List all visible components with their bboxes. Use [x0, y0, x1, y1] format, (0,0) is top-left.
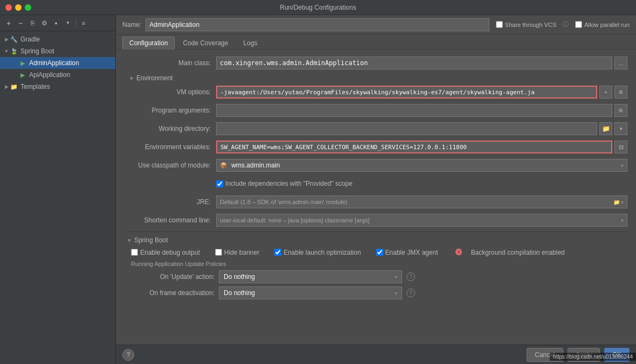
watermark: https://blog.csdn.net/u013086244 [550, 353, 636, 361]
parallel-run-checkbox[interactable] [575, 21, 582, 28]
vm-options-browse-button[interactable]: ⊞ [614, 86, 627, 99]
program-args-row: Program arguments: ⊞ [125, 103, 627, 117]
sidebar-item-label-gradle: Gradle [20, 36, 40, 43]
enable-launch-label[interactable]: Enable launch optimization [274, 249, 361, 256]
jre-dropdown[interactable]: Default (1.8 – SDK of 'wms.admin.main' m… [216, 195, 627, 208]
classpath-dropdown[interactable]: 📦 wms.admin.main ▾ [216, 159, 627, 172]
env-vars-edit-button[interactable]: ⊟ [614, 141, 627, 153]
on-update-dropdown[interactable]: Do nothing ▾ [219, 270, 402, 283]
sidebar-item-templates[interactable]: ▶ 📁 Templates [0, 81, 115, 93]
enable-launch-checkbox[interactable] [274, 249, 281, 256]
classpath-row: Use classpath of module: 📦 wms.admin.mai… [125, 158, 627, 172]
working-dir-dropdown-button[interactable]: ▾ [614, 122, 627, 135]
traffic-lights[interactable] [5, 4, 31, 11]
sidebar-item-spring-boot[interactable]: ▼ 🍃 Spring Boot [0, 45, 115, 57]
enable-debug-label[interactable]: Enable debug output [131, 249, 200, 256]
shorten-cmd-row: Shorten command line: user-local default… [125, 213, 627, 227]
on-deactivation-dropdown[interactable]: Do nothing ▾ [219, 286, 402, 299]
templates-icon: 📁 [10, 82, 18, 91]
sidebar-item-api-app[interactable]: ▶ ApiApplication [0, 69, 115, 81]
main-class-browse-button[interactable]: … [614, 57, 627, 69]
minimize-button[interactable] [15, 4, 22, 11]
shorten-cmd-value: user-local default: none – java [options… [220, 217, 370, 223]
add-config-button[interactable]: + [3, 18, 14, 29]
on-update-help-icon[interactable]: ? [406, 272, 415, 281]
sidebar-item-admin-app[interactable]: ▶ AdminApplication [0, 57, 115, 69]
remove-config-button[interactable]: − [15, 18, 26, 29]
close-button[interactable] [5, 4, 12, 11]
env-vars-row: Environment variables: ⊟ [125, 140, 627, 154]
help-button[interactable]: ? [122, 349, 134, 361]
shorten-cmd-dropdown[interactable]: user-local default: none – java [options… [216, 214, 627, 227]
vm-options-control: + ⊞ [216, 86, 627, 99]
sidebar-item-label-templates: Templates [20, 83, 50, 90]
main-class-label: Main class: [125, 59, 216, 67]
hide-banner-checkbox[interactable] [215, 249, 222, 256]
on-deactivation-row: On frame deactivation: Do nothing ▾ ? [131, 286, 627, 299]
sidebar-item-gradle[interactable]: ▶ 🔧 Gradle [0, 33, 115, 45]
on-update-arrow-icon: ▾ [395, 274, 397, 280]
sidebar-item-label-admin-app: AdminApplication [29, 59, 79, 67]
move-up-button[interactable]: ▲ [51, 18, 61, 29]
right-panel: Name: Share through VCS ⓘ Allow parallel… [116, 15, 636, 364]
copy-config-button[interactable]: ⎘ [27, 18, 38, 29]
background-compilation-error-icon: ⓿ [455, 248, 462, 256]
env-vars-input[interactable] [216, 141, 612, 153]
program-args-control: ⊞ [216, 104, 627, 117]
enable-jmx-label[interactable]: Enable JMX agent [376, 249, 438, 256]
move-down-button[interactable]: ▼ [63, 18, 73, 29]
working-dir-input[interactable] [216, 122, 597, 135]
classpath-control: 📦 wms.admin.main ▾ [216, 159, 627, 172]
enable-jmx-checkbox[interactable] [376, 249, 383, 256]
env-vars-label: Environment variables: [125, 143, 216, 151]
name-bar: Name: Share through VCS ⓘ Allow parallel… [116, 15, 636, 34]
main-class-input[interactable] [216, 57, 612, 69]
running-policies-label: Running Application Update Policies [131, 261, 627, 267]
admin-app-icon: ▶ [18, 59, 27, 67]
main-container: + − ⎘ ⚙ ▲ ▼ ≡ ▶ [0, 15, 636, 364]
env-vars-control: ⊟ [216, 141, 627, 153]
share-vcs-label[interactable]: Share through VCS [496, 21, 556, 28]
maximize-button[interactable] [25, 4, 31, 11]
tab-logs[interactable]: Logs [236, 37, 264, 49]
classpath-dropdown-arrow-icon: ▾ [621, 163, 624, 169]
sidebar-item-label-api-app: ApiApplication [29, 71, 70, 79]
shorten-cmd-control: user-local default: none – java [options… [216, 214, 627, 227]
vm-options-expand-button[interactable]: + [599, 86, 612, 99]
tree-arrow-gradle: ▶ [3, 36, 10, 43]
working-dir-label: Working directory: [125, 125, 216, 132]
classpath-value: 📦 wms.admin.main [220, 162, 280, 169]
name-input[interactable] [146, 18, 489, 31]
tab-code-coverage[interactable]: Code Coverage [176, 37, 235, 49]
environment-section-header[interactable]: ▼ Environment [125, 74, 627, 82]
more-button[interactable]: ≡ [78, 18, 89, 29]
include-deps-label[interactable]: Include dependencies with "Provided" sco… [216, 180, 352, 187]
on-update-value: Do nothing [224, 273, 255, 281]
spring-boot-section: ▼ Spring Boot Enable debug output Hide b… [125, 232, 627, 299]
settings-button[interactable]: ⚙ [39, 18, 50, 29]
working-dir-control: 📁 ▾ [216, 122, 627, 135]
program-args-expand-button[interactable]: ⊞ [614, 104, 627, 117]
jre-label: JRE: [125, 198, 216, 206]
jre-dropdown-arrow-icon: ▾ [621, 199, 624, 205]
vm-options-input[interactable] [216, 86, 597, 99]
classpath-label: Use classpath of module: [125, 162, 216, 169]
spring-boot-header[interactable]: ▼ Spring Boot [125, 236, 627, 244]
on-deactivation-help-icon[interactable]: ? [406, 289, 415, 297]
environment-label: Environment [136, 74, 172, 82]
parallel-run-label[interactable]: Allow parallel run [575, 21, 630, 28]
shorten-cmd-dropdown-arrow-icon: ▾ [621, 218, 624, 223]
tree-arrow-templates: ▶ [3, 83, 10, 90]
tabs-bar: Configuration Code Coverage Logs [116, 34, 636, 50]
program-args-input[interactable] [216, 104, 612, 117]
working-dir-browse-button[interactable]: 📁 [599, 122, 612, 135]
main-class-control: … [216, 57, 627, 69]
share-vcs-checkbox[interactable] [496, 21, 503, 28]
sidebar-tree: ▶ 🔧 Gradle ▼ 🍃 Spring Boot ▶ AdminApplic… [0, 31, 115, 364]
enable-debug-checkbox[interactable] [131, 249, 138, 256]
spring-boot-arrow-icon: ▼ [127, 237, 132, 243]
tab-configuration[interactable]: Configuration [122, 37, 175, 50]
working-dir-row: Working directory: 📁 ▾ [125, 122, 627, 136]
include-deps-checkbox[interactable] [216, 180, 223, 187]
hide-banner-label[interactable]: Hide banner [215, 249, 259, 256]
